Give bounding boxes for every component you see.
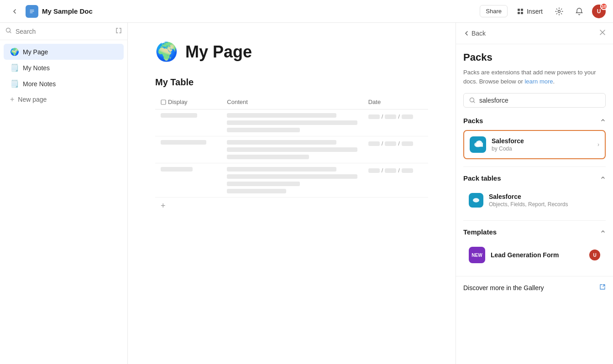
sidebar-item-my-page[interactable]: 🌍 My Page xyxy=(4,44,124,60)
skeleton-cell xyxy=(227,182,300,186)
skeleton-cell xyxy=(227,128,300,132)
page-title: My Page xyxy=(185,42,252,62)
salesforce-pack-name: Salesforce xyxy=(492,137,592,145)
col-header-display: Display xyxy=(155,95,221,109)
templates-toggle-button[interactable] xyxy=(600,229,606,235)
sidebar-item-label: My Notes xyxy=(23,64,50,72)
back-button[interactable]: Back xyxy=(463,30,486,37)
insert-button[interactable]: Insert xyxy=(513,5,546,17)
salesforce-tables-name: Salesforce xyxy=(489,193,600,200)
skeleton-cell xyxy=(385,114,396,119)
data-table: Display Content Date xyxy=(155,95,428,198)
salesforce-pack-item[interactable]: Salesforce by Coda › xyxy=(463,130,606,159)
skeleton-cell xyxy=(227,140,336,145)
skeleton-cell xyxy=(368,141,380,146)
svg-point-9 xyxy=(473,198,479,202)
date-cell: / / xyxy=(368,167,423,174)
add-row-button[interactable]: + xyxy=(155,198,171,214)
skeleton-cell xyxy=(385,141,396,146)
pack-tables-toggle-button[interactable] xyxy=(600,175,606,182)
salesforce-pack-info: Salesforce by Coda xyxy=(492,137,592,152)
panel-description: Packs are extensions that add new powers… xyxy=(463,68,606,86)
col-header-content: Content xyxy=(221,95,362,109)
skeleton-cell xyxy=(227,167,336,172)
notifications-button[interactable] xyxy=(572,4,587,19)
settings-button[interactable] xyxy=(552,4,566,19)
back-label: Back xyxy=(472,30,486,37)
salesforce-pack-subtitle: by Coda xyxy=(492,146,592,152)
skeleton-cell xyxy=(227,189,286,193)
svg-rect-1 xyxy=(518,9,520,11)
skeleton-cell xyxy=(402,114,413,119)
page-emoji: 🌍 xyxy=(155,41,178,62)
discover-section[interactable]: Discover more in the Gallery xyxy=(456,276,613,299)
templates-section-header: Templates xyxy=(463,228,606,236)
external-link-icon xyxy=(599,284,606,291)
skeleton-cell xyxy=(385,168,396,173)
panel-content: Packs Packs are extensions that add new … xyxy=(456,44,613,276)
topbar: My Sample Doc Share Insert U 10 xyxy=(0,0,613,23)
sidebar-item-more-notes[interactable]: 🗒️ More Notes xyxy=(4,76,124,92)
avatar-initials: U xyxy=(597,8,601,15)
salesforce-tables-subtitle: Objects, Fields, Report, Records xyxy=(489,201,600,208)
lead-generation-template-item[interactable]: NEW Lead Generation Form U xyxy=(463,241,606,269)
sidebar-search-container xyxy=(0,23,127,40)
share-button[interactable]: Share xyxy=(480,5,508,17)
avatar[interactable]: U 10 xyxy=(592,5,606,18)
skeleton-cell xyxy=(227,120,357,125)
svg-rect-4 xyxy=(521,12,523,14)
col-header-date: Date xyxy=(363,95,428,109)
back-nav-button[interactable] xyxy=(7,4,22,19)
template-name: Lead Generation Form xyxy=(491,251,584,259)
topbar-left: My Sample Doc xyxy=(7,4,475,19)
skeleton-cell xyxy=(368,168,380,173)
salesforce-tables-info: Salesforce Objects, Fields, Report, Reco… xyxy=(489,193,600,208)
svg-point-8 xyxy=(474,142,482,147)
pack-tables-section-title: Pack tables xyxy=(463,174,501,182)
skeleton-cell xyxy=(227,113,336,118)
skeleton-cell xyxy=(227,174,357,179)
more-notes-icon: 🗒️ xyxy=(10,79,19,88)
search-icon xyxy=(5,27,12,35)
page-header: 🌍 My Page xyxy=(155,41,428,62)
skeleton-cell xyxy=(161,113,197,118)
templates-section-title: Templates xyxy=(463,228,497,236)
skeleton-cell xyxy=(161,140,206,145)
topbar-right: Share Insert U 10 xyxy=(480,4,606,19)
template-info: Lead Generation Form xyxy=(491,251,584,259)
new-page-label: New page xyxy=(18,96,47,103)
salesforce-logo xyxy=(470,136,486,153)
new-page-button[interactable]: + New page xyxy=(4,92,124,107)
panel-search-input[interactable] xyxy=(479,97,600,104)
avatar-badge: 10 xyxy=(600,3,608,10)
pack-chevron-icon: › xyxy=(597,141,599,148)
plus-icon: + xyxy=(10,95,14,104)
panel-title: Packs xyxy=(463,52,606,63)
svg-rect-6 xyxy=(161,100,166,104)
learn-more-link[interactable]: learn more xyxy=(524,78,553,85)
skeleton-cell xyxy=(227,155,309,159)
sidebar-item-label: More Notes xyxy=(23,80,56,88)
skeleton-cell xyxy=(402,141,413,146)
salesforce-tables-logo xyxy=(469,193,483,208)
packs-toggle-button[interactable] xyxy=(600,117,606,124)
sidebar-nav: 🌍 My Page 🗒️ My Notes 🗒️ More Notes + Ne… xyxy=(0,40,127,364)
svg-rect-3 xyxy=(518,12,520,14)
svg-rect-2 xyxy=(521,9,523,11)
divider xyxy=(463,220,606,221)
template-badge: NEW xyxy=(469,247,485,263)
skeleton-cell xyxy=(402,168,413,173)
skeleton-cell xyxy=(161,167,193,172)
template-avatar: U xyxy=(589,250,600,260)
doc-icon xyxy=(26,5,38,18)
search-input[interactable] xyxy=(16,28,112,35)
sidebar: 🌍 My Page 🗒️ My Notes 🗒️ More Notes + Ne… xyxy=(0,23,128,364)
collapse-sidebar-button[interactable] xyxy=(115,27,122,35)
packs-section-title: Packs xyxy=(463,117,483,125)
my-page-icon: 🌍 xyxy=(10,47,19,56)
divider xyxy=(463,166,606,167)
sidebar-item-my-notes[interactable]: 🗒️ My Notes xyxy=(4,60,124,76)
salesforce-tables-item[interactable]: Salesforce Objects, Fields, Report, Reco… xyxy=(463,187,606,213)
close-panel-button[interactable] xyxy=(599,29,606,37)
table-row: / / xyxy=(155,109,428,136)
